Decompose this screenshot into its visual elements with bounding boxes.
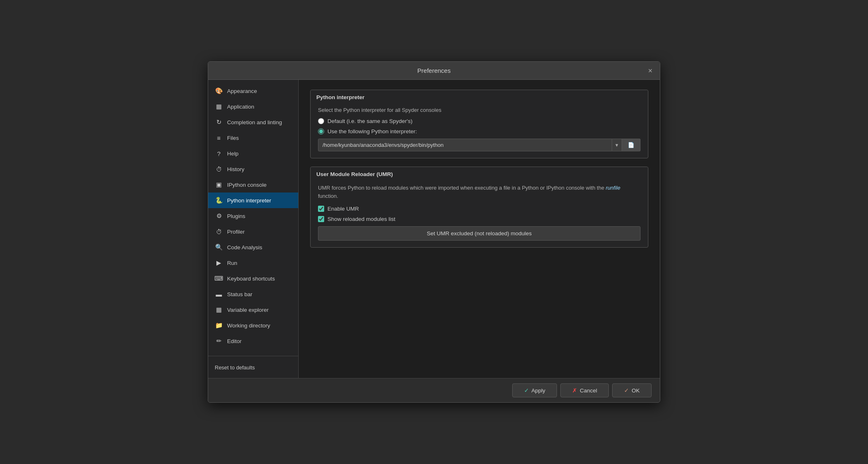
interpreter-path-row: ▾ 📄 <box>318 139 641 151</box>
radio-custom-label: Use the following Python interpreter: <box>327 128 417 135</box>
sidebar-item-label-status-bar: Status bar <box>227 291 253 297</box>
reset-defaults-button[interactable]: Reset to defaults <box>208 360 298 375</box>
main-content: Python interpreter Select the Python int… <box>299 80 660 378</box>
python-interpreter-body: Select the Python interpreter for all Sp… <box>311 103 648 158</box>
sidebar-item-label-variable-explorer: Variable explorer <box>227 307 269 313</box>
sidebar-item-label-completion: Completion and linting <box>227 119 282 125</box>
sidebar-item-label-profiler: Profiler <box>227 229 245 235</box>
show-reloaded-label: Show reloaded modules list <box>327 216 395 222</box>
cancel-label: Cancel <box>580 387 597 394</box>
enable-umr-row[interactable]: Enable UMR <box>318 206 641 212</box>
completion-icon: ↻ <box>215 118 223 126</box>
python-interpreter-section: Python interpreter Select the Python int… <box>310 90 648 158</box>
path-browse-button[interactable]: 📄 <box>622 139 641 151</box>
files-icon: ≡ <box>215 134 223 142</box>
sidebar: 🎨Appearance▦Application↻Completion and l… <box>208 80 299 378</box>
sidebar-item-ipython[interactable]: ▣IPython console <box>208 177 298 193</box>
set-umr-excluded-button[interactable]: Set UMR excluded (not reloaded) modules <box>318 226 641 241</box>
sidebar-item-label-code-analysis: Code Analysis <box>227 244 262 251</box>
sidebar-item-label-editor: Editor <box>227 338 241 344</box>
editor-icon: ✏ <box>215 337 223 345</box>
sidebar-item-application[interactable]: ▦Application <box>208 99 298 114</box>
sidebar-item-label-application: Application <box>227 104 254 110</box>
path-dropdown-button[interactable]: ▾ <box>612 139 622 151</box>
sidebar-item-keyboard[interactable]: ⌨Keyboard shortcuts <box>208 271 298 286</box>
sidebar-item-label-python-interpreter: Python interpreter <box>227 197 271 204</box>
ok-label: OK <box>631 387 640 394</box>
apply-button[interactable]: ✓ Apply <box>512 383 557 397</box>
sidebar-item-run[interactable]: ▶Run <box>208 255 298 271</box>
sidebar-item-editor[interactable]: ✏Editor <box>208 333 298 349</box>
sidebar-item-status-bar[interactable]: ▬Status bar <box>208 286 298 302</box>
plugins-icon: ⚙ <box>215 212 223 220</box>
show-reloaded-checkbox[interactable] <box>318 216 324 222</box>
run-icon: ▶ <box>215 259 223 267</box>
keyboard-icon: ⌨ <box>215 274 223 283</box>
sidebar-item-label-plugins: Plugins <box>227 213 245 219</box>
sidebar-item-python-interpreter[interactable]: 🐍Python interpreter <box>208 193 298 208</box>
enable-umr-checkbox[interactable] <box>318 206 324 212</box>
umr-description: UMR forces Python to reload modules whic… <box>318 184 641 200</box>
sidebar-item-label-ipython: IPython console <box>227 182 267 188</box>
sidebar-item-appearance[interactable]: 🎨Appearance <box>208 83 298 99</box>
umr-body: UMR forces Python to reload modules whic… <box>311 180 648 247</box>
radio-default-label: Default (i.e. the same as Spyder's) <box>327 118 413 124</box>
sidebar-item-working-dir[interactable]: 📁Working directory <box>208 318 298 333</box>
sidebar-item-plugins[interactable]: ⚙Plugins <box>208 208 298 224</box>
sidebar-item-history[interactable]: ⏱History <box>208 161 298 177</box>
preferences-dialog: Preferences × 🎨Appearance▦Application↻Co… <box>208 61 660 403</box>
sidebar-item-variable-explorer[interactable]: ▦Variable explorer <box>208 302 298 318</box>
sidebar-item-profiler[interactable]: ⏱Profiler <box>208 224 298 239</box>
radio-custom[interactable] <box>318 128 324 135</box>
code-analysis-icon: 🔍 <box>215 243 223 251</box>
umr-section: User Module Reloader (UMR) UMR forces Py… <box>310 167 648 248</box>
sidebar-item-label-working-dir: Working directory <box>227 322 270 329</box>
dialog-title: Preferences <box>418 67 451 74</box>
working-dir-icon: 📁 <box>215 321 223 329</box>
sidebar-item-help[interactable]: ?Help <box>208 146 298 161</box>
history-icon: ⏱ <box>215 165 223 173</box>
sidebar-bottom: Reset to defaults <box>208 356 298 375</box>
browse-icon: 📄 <box>628 142 634 148</box>
cancel-icon: ✗ <box>572 387 577 394</box>
sidebar-item-label-history: History <box>227 166 244 172</box>
sidebar-item-files[interactable]: ≡Files <box>208 130 298 146</box>
sidebar-item-completion[interactable]: ↻Completion and linting <box>208 114 298 130</box>
sidebar-item-label-keyboard: Keyboard shortcuts <box>227 276 275 282</box>
ok-button[interactable]: ✓ OK <box>612 383 652 397</box>
apply-icon: ✓ <box>524 387 529 394</box>
close-button[interactable]: × <box>645 65 655 76</box>
umr-title: User Module Reloader (UMR) <box>311 167 648 180</box>
show-reloaded-row[interactable]: Show reloaded modules list <box>318 216 641 222</box>
radio-default-row[interactable]: Default (i.e. the same as Spyder's) <box>318 118 641 124</box>
umr-desc-part1: UMR forces Python to reload modules whic… <box>318 185 606 191</box>
profiler-icon: ⏱ <box>215 227 223 236</box>
sidebar-item-label-appearance: Appearance <box>227 88 257 94</box>
umr-desc-part2: function. <box>318 193 338 199</box>
ok-icon: ✓ <box>624 387 629 394</box>
application-icon: ▦ <box>215 102 223 111</box>
status-bar-icon: ▬ <box>215 290 223 298</box>
appearance-icon: 🎨 <box>215 87 223 95</box>
apply-label: Apply <box>531 387 545 394</box>
python-interpreter-desc: Select the Python interpreter for all Sp… <box>318 107 641 113</box>
radio-default[interactable] <box>318 118 324 124</box>
dialog-footer: ✓ Apply ✗ Cancel ✓ OK <box>208 378 660 402</box>
help-icon: ? <box>215 149 223 158</box>
variable-explorer-icon: ▦ <box>215 306 223 314</box>
cancel-button[interactable]: ✗ Cancel <box>560 383 609 397</box>
sidebar-items: 🎨Appearance▦Application↻Completion and l… <box>208 83 298 356</box>
python-interpreter-icon: 🐍 <box>215 196 223 204</box>
ipython-icon: ▣ <box>215 181 223 189</box>
umr-desc-italic: runfile <box>606 185 620 191</box>
sidebar-item-label-run: Run <box>227 260 237 266</box>
sidebar-item-label-help: Help <box>227 151 239 157</box>
sidebar-item-code-analysis[interactable]: 🔍Code Analysis <box>208 239 298 255</box>
dialog-title-bar: Preferences × <box>208 62 660 80</box>
enable-umr-label: Enable UMR <box>327 206 359 212</box>
sidebar-item-label-files: Files <box>227 135 239 141</box>
interpreter-path-input[interactable] <box>318 139 612 151</box>
python-interpreter-title: Python interpreter <box>311 90 648 103</box>
radio-custom-row[interactable]: Use the following Python interpreter: <box>318 128 641 135</box>
dialog-body: 🎨Appearance▦Application↻Completion and l… <box>208 80 660 378</box>
